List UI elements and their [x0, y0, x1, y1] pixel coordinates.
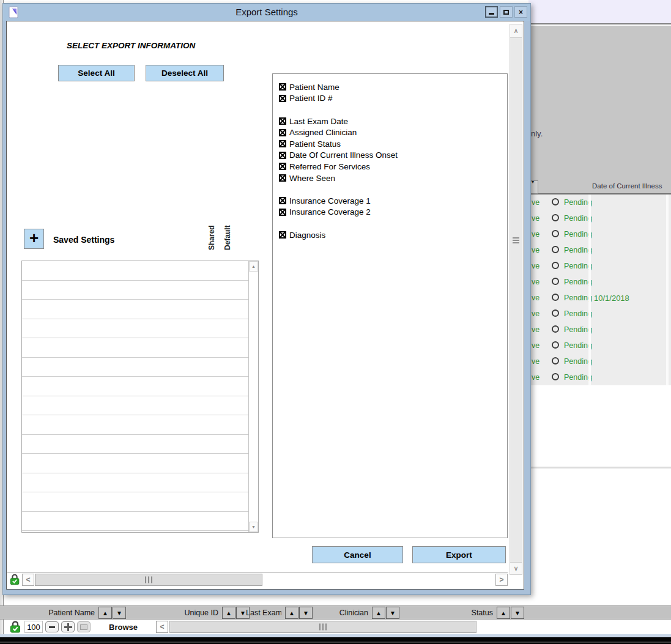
- dialog-titlebar[interactable]: Export Settings ×: [3, 4, 530, 21]
- sort-ascending-button[interactable]: ▲: [98, 607, 112, 619]
- checked-checkbox-icon[interactable]: [279, 231, 286, 239]
- scroll-up-icon[interactable]: ▲: [249, 261, 258, 272]
- scroll-right-button[interactable]: >: [495, 574, 508, 586]
- checked-checkbox-icon[interactable]: [279, 152, 286, 159]
- default-column-label: Default: [222, 201, 233, 250]
- saved-setting-row[interactable]: [22, 512, 248, 531]
- pending-radio-icon[interactable]: [552, 309, 559, 317]
- checked-checkbox-icon[interactable]: [279, 209, 286, 216]
- saved-setting-row[interactable]: [22, 300, 248, 319]
- saved-setting-row[interactable]: [22, 358, 248, 377]
- sort-ascending-button[interactable]: ▲: [222, 607, 235, 619]
- export-field-option[interactable]: Date Of Current Illness Onset: [279, 150, 507, 161]
- pending-radio-icon[interactable]: [552, 198, 559, 205]
- pending-radio-icon[interactable]: [552, 214, 559, 221]
- pending-radio-icon[interactable]: [552, 262, 559, 269]
- sort-ascending-button[interactable]: ▲: [372, 607, 385, 619]
- maximize-button[interactable]: [500, 6, 513, 18]
- pending-radio-icon[interactable]: [552, 373, 559, 380]
- select-all-button[interactable]: Select All: [58, 65, 135, 81]
- checked-checkbox-icon[interactable]: [279, 197, 286, 204]
- field-label: Patient Name: [289, 83, 339, 92]
- horizontal-scrollbar-thumb[interactable]: [35, 574, 262, 586]
- saved-setting-row[interactable]: [22, 377, 248, 396]
- saved-setting-row[interactable]: [22, 396, 248, 416]
- pending-label: Pending: [564, 198, 592, 207]
- pending-radio-icon[interactable]: [552, 325, 559, 333]
- pending-radio-icon[interactable]: [552, 294, 559, 301]
- grip-icon[interactable]: [513, 237, 519, 243]
- dropdown-icon[interactable]: ▾: [532, 179, 534, 185]
- deselect-all-button[interactable]: Deselect All: [146, 65, 224, 81]
- close-button[interactable]: ×: [514, 6, 527, 18]
- horizontal-scrollbar-track[interactable]: [262, 574, 495, 586]
- sort-ascending-button[interactable]: ▲: [285, 607, 298, 619]
- patient-row: vePending10/1/2018: [528, 290, 671, 306]
- minimize-button[interactable]: [485, 6, 498, 18]
- pending-label: Pending: [564, 373, 592, 382]
- saved-setting-row[interactable]: [22, 415, 248, 435]
- saved-setting-row[interactable]: [22, 281, 248, 300]
- patient-row: vePending: [528, 194, 671, 210]
- export-field-option[interactable]: Patient Name: [279, 81, 507, 93]
- saved-setting-row[interactable]: [22, 454, 248, 473]
- window-controls: ×: [485, 6, 527, 18]
- checked-checkbox-icon[interactable]: [279, 140, 286, 147]
- pending-radio-icon[interactable]: [552, 341, 559, 349]
- checked-checkbox-icon[interactable]: [279, 95, 286, 102]
- scroll-left-button[interactable]: <: [156, 621, 168, 633]
- checked-checkbox-icon[interactable]: [279, 163, 286, 170]
- dialog-vertical-scrollbar[interactable]: ∧ ∨: [510, 24, 522, 575]
- export-field-option[interactable]: Patient Status: [279, 138, 507, 150]
- sort-descending-button[interactable]: ▼: [113, 607, 126, 619]
- sort-ascending-button[interactable]: ▲: [497, 607, 510, 619]
- saved-setting-row[interactable]: [22, 473, 248, 493]
- zoom-out-button[interactable]: [45, 621, 59, 632]
- export-field-option[interactable]: Diagnosis: [279, 229, 507, 241]
- export-field-option[interactable]: Referred For Services: [279, 161, 507, 172]
- export-field-option[interactable]: Patient ID #: [279, 93, 507, 105]
- mode-selector[interactable]: Browse: [109, 623, 138, 632]
- scroll-left-button[interactable]: <: [22, 574, 34, 586]
- pending-label: Pending: [564, 309, 592, 318]
- checked-checkbox-icon[interactable]: [279, 117, 286, 125]
- checked-checkbox-icon[interactable]: [279, 83, 286, 91]
- checked-checkbox-icon[interactable]: [279, 174, 286, 182]
- export-fields-list: Patient NamePatient ID #Last Exam DateAs…: [279, 81, 507, 240]
- pending-radio-icon[interactable]: [552, 357, 559, 365]
- export-field-option[interactable]: Where Seen: [279, 172, 507, 184]
- sort-descending-button[interactable]: ▼: [386, 607, 399, 619]
- lock-icon: [9, 620, 22, 634]
- cancel-button[interactable]: Cancel: [312, 546, 403, 563]
- add-saved-setting-button[interactable]: +: [24, 229, 44, 249]
- pending-radio-icon[interactable]: [552, 246, 559, 253]
- saved-setting-row[interactable]: [22, 492, 248, 512]
- zoom-in-button[interactable]: [61, 621, 75, 632]
- saved-setting-row[interactable]: [22, 319, 248, 339]
- saved-setting-row[interactable]: [22, 338, 248, 358]
- saved-settings-title: Saved Settings: [53, 235, 114, 245]
- export-button[interactable]: Export: [412, 546, 506, 563]
- pending-radio-icon[interactable]: [552, 230, 559, 237]
- export-field-option[interactable]: Insurance Coverage 2: [279, 207, 507, 218]
- saved-setting-row[interactable]: [22, 261, 248, 281]
- checked-checkbox-icon[interactable]: [279, 129, 286, 136]
- pending-radio-icon[interactable]: [552, 278, 559, 285]
- patient-row: vePending: [528, 242, 671, 258]
- export-field-option[interactable]: Insurance Coverage 1: [279, 195, 507, 207]
- saved-setting-row[interactable]: [22, 435, 248, 454]
- column-header-sliver: ▾: [530, 180, 538, 194]
- column-label: Last Exam: [246, 609, 281, 617]
- zoom-level-box[interactable]: 100: [24, 621, 43, 633]
- scroll-down-icon[interactable]: ▼: [249, 522, 258, 532]
- sort-descending-button[interactable]: ▼: [511, 607, 524, 619]
- scroll-down-icon[interactable]: ∨: [510, 562, 522, 574]
- scroll-up-icon[interactable]: ∧: [510, 24, 522, 38]
- status-area-toggle-button[interactable]: [77, 621, 91, 632]
- sort-descending-button[interactable]: ▼: [299, 607, 313, 619]
- saved-settings-scrollbar[interactable]: ▲ ▼: [248, 261, 258, 532]
- export-field-option[interactable]: Assigned Clinician: [279, 127, 507, 138]
- horizontal-scrollbar-thumb[interactable]: [169, 621, 476, 633]
- column-label: Patient Name: [34, 609, 95, 617]
- export-field-option[interactable]: Last Exam Date: [279, 116, 507, 127]
